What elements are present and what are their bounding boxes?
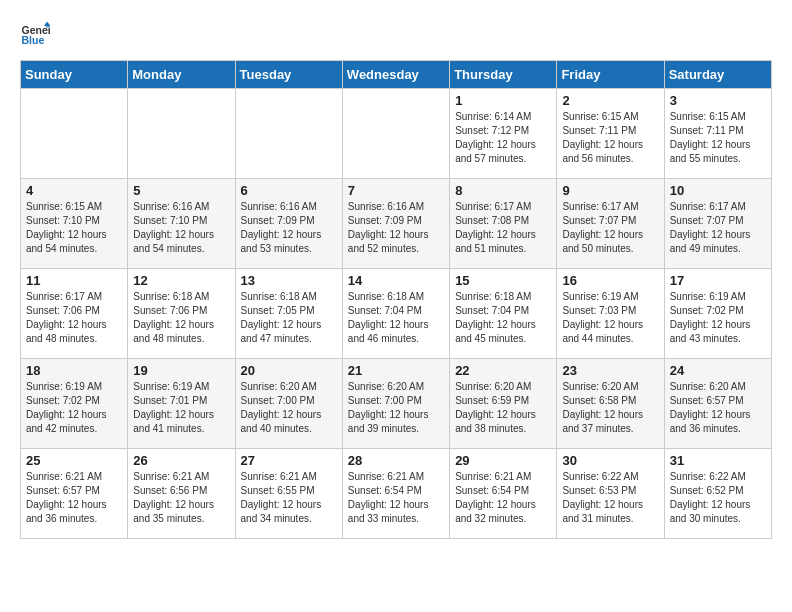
day-number: 7	[348, 183, 444, 198]
day-number: 8	[455, 183, 551, 198]
day-number: 28	[348, 453, 444, 468]
day-number: 22	[455, 363, 551, 378]
calendar-cell: 6Sunrise: 6:16 AM Sunset: 7:09 PM Daylig…	[235, 179, 342, 269]
calendar-cell: 20Sunrise: 6:20 AM Sunset: 7:00 PM Dayli…	[235, 359, 342, 449]
calendar-week-row: 4Sunrise: 6:15 AM Sunset: 7:10 PM Daylig…	[21, 179, 772, 269]
calendar-cell: 25Sunrise: 6:21 AM Sunset: 6:57 PM Dayli…	[21, 449, 128, 539]
day-info: Sunrise: 6:18 AM Sunset: 7:05 PM Dayligh…	[241, 290, 337, 346]
day-number: 3	[670, 93, 766, 108]
calendar-week-row: 1Sunrise: 6:14 AM Sunset: 7:12 PM Daylig…	[21, 89, 772, 179]
day-number: 17	[670, 273, 766, 288]
day-info: Sunrise: 6:19 AM Sunset: 7:01 PM Dayligh…	[133, 380, 229, 436]
calendar-week-row: 11Sunrise: 6:17 AM Sunset: 7:06 PM Dayli…	[21, 269, 772, 359]
calendar-cell: 7Sunrise: 6:16 AM Sunset: 7:09 PM Daylig…	[342, 179, 449, 269]
day-number: 1	[455, 93, 551, 108]
calendar-cell: 3Sunrise: 6:15 AM Sunset: 7:11 PM Daylig…	[664, 89, 771, 179]
calendar-cell: 24Sunrise: 6:20 AM Sunset: 6:57 PM Dayli…	[664, 359, 771, 449]
day-number: 11	[26, 273, 122, 288]
column-header-sunday: Sunday	[21, 61, 128, 89]
day-number: 14	[348, 273, 444, 288]
calendar-week-row: 18Sunrise: 6:19 AM Sunset: 7:02 PM Dayli…	[21, 359, 772, 449]
day-info: Sunrise: 6:16 AM Sunset: 7:09 PM Dayligh…	[348, 200, 444, 256]
calendar-cell: 21Sunrise: 6:20 AM Sunset: 7:00 PM Dayli…	[342, 359, 449, 449]
day-number: 6	[241, 183, 337, 198]
day-info: Sunrise: 6:20 AM Sunset: 7:00 PM Dayligh…	[241, 380, 337, 436]
calendar-cell: 28Sunrise: 6:21 AM Sunset: 6:54 PM Dayli…	[342, 449, 449, 539]
day-info: Sunrise: 6:20 AM Sunset: 6:57 PM Dayligh…	[670, 380, 766, 436]
page-header: General Blue	[20, 20, 772, 50]
calendar-cell: 5Sunrise: 6:16 AM Sunset: 7:10 PM Daylig…	[128, 179, 235, 269]
day-number: 5	[133, 183, 229, 198]
day-info: Sunrise: 6:19 AM Sunset: 7:02 PM Dayligh…	[26, 380, 122, 436]
day-info: Sunrise: 6:20 AM Sunset: 6:59 PM Dayligh…	[455, 380, 551, 436]
day-number: 26	[133, 453, 229, 468]
calendar-cell: 19Sunrise: 6:19 AM Sunset: 7:01 PM Dayli…	[128, 359, 235, 449]
calendar-cell	[128, 89, 235, 179]
day-info: Sunrise: 6:15 AM Sunset: 7:11 PM Dayligh…	[562, 110, 658, 166]
day-number: 4	[26, 183, 122, 198]
column-header-wednesday: Wednesday	[342, 61, 449, 89]
column-header-saturday: Saturday	[664, 61, 771, 89]
day-info: Sunrise: 6:19 AM Sunset: 7:03 PM Dayligh…	[562, 290, 658, 346]
day-info: Sunrise: 6:21 AM Sunset: 6:57 PM Dayligh…	[26, 470, 122, 526]
day-info: Sunrise: 6:15 AM Sunset: 7:10 PM Dayligh…	[26, 200, 122, 256]
day-number: 19	[133, 363, 229, 378]
day-number: 16	[562, 273, 658, 288]
day-info: Sunrise: 6:20 AM Sunset: 6:58 PM Dayligh…	[562, 380, 658, 436]
day-number: 18	[26, 363, 122, 378]
day-number: 12	[133, 273, 229, 288]
day-number: 21	[348, 363, 444, 378]
logo-icon: General Blue	[20, 20, 50, 50]
day-info: Sunrise: 6:17 AM Sunset: 7:08 PM Dayligh…	[455, 200, 551, 256]
calendar-cell: 18Sunrise: 6:19 AM Sunset: 7:02 PM Dayli…	[21, 359, 128, 449]
column-header-friday: Friday	[557, 61, 664, 89]
day-number: 2	[562, 93, 658, 108]
day-info: Sunrise: 6:16 AM Sunset: 7:09 PM Dayligh…	[241, 200, 337, 256]
day-info: Sunrise: 6:18 AM Sunset: 7:04 PM Dayligh…	[455, 290, 551, 346]
day-info: Sunrise: 6:19 AM Sunset: 7:02 PM Dayligh…	[670, 290, 766, 346]
calendar-cell: 16Sunrise: 6:19 AM Sunset: 7:03 PM Dayli…	[557, 269, 664, 359]
day-number: 29	[455, 453, 551, 468]
day-info: Sunrise: 6:20 AM Sunset: 7:00 PM Dayligh…	[348, 380, 444, 436]
day-info: Sunrise: 6:17 AM Sunset: 7:06 PM Dayligh…	[26, 290, 122, 346]
day-info: Sunrise: 6:16 AM Sunset: 7:10 PM Dayligh…	[133, 200, 229, 256]
day-number: 25	[26, 453, 122, 468]
calendar-cell	[21, 89, 128, 179]
calendar-week-row: 25Sunrise: 6:21 AM Sunset: 6:57 PM Dayli…	[21, 449, 772, 539]
calendar-cell: 13Sunrise: 6:18 AM Sunset: 7:05 PM Dayli…	[235, 269, 342, 359]
calendar-cell: 31Sunrise: 6:22 AM Sunset: 6:52 PM Dayli…	[664, 449, 771, 539]
calendar-cell	[235, 89, 342, 179]
day-info: Sunrise: 6:17 AM Sunset: 7:07 PM Dayligh…	[670, 200, 766, 256]
day-number: 23	[562, 363, 658, 378]
day-info: Sunrise: 6:22 AM Sunset: 6:53 PM Dayligh…	[562, 470, 658, 526]
day-info: Sunrise: 6:15 AM Sunset: 7:11 PM Dayligh…	[670, 110, 766, 166]
calendar-cell: 1Sunrise: 6:14 AM Sunset: 7:12 PM Daylig…	[450, 89, 557, 179]
day-info: Sunrise: 6:18 AM Sunset: 7:06 PM Dayligh…	[133, 290, 229, 346]
calendar-cell: 14Sunrise: 6:18 AM Sunset: 7:04 PM Dayli…	[342, 269, 449, 359]
day-number: 24	[670, 363, 766, 378]
calendar-cell: 2Sunrise: 6:15 AM Sunset: 7:11 PM Daylig…	[557, 89, 664, 179]
day-info: Sunrise: 6:21 AM Sunset: 6:54 PM Dayligh…	[348, 470, 444, 526]
day-number: 31	[670, 453, 766, 468]
calendar-cell: 10Sunrise: 6:17 AM Sunset: 7:07 PM Dayli…	[664, 179, 771, 269]
calendar-cell: 30Sunrise: 6:22 AM Sunset: 6:53 PM Dayli…	[557, 449, 664, 539]
calendar-cell: 8Sunrise: 6:17 AM Sunset: 7:08 PM Daylig…	[450, 179, 557, 269]
day-info: Sunrise: 6:18 AM Sunset: 7:04 PM Dayligh…	[348, 290, 444, 346]
day-info: Sunrise: 6:21 AM Sunset: 6:55 PM Dayligh…	[241, 470, 337, 526]
calendar-cell: 11Sunrise: 6:17 AM Sunset: 7:06 PM Dayli…	[21, 269, 128, 359]
calendar-cell: 4Sunrise: 6:15 AM Sunset: 7:10 PM Daylig…	[21, 179, 128, 269]
day-info: Sunrise: 6:21 AM Sunset: 6:54 PM Dayligh…	[455, 470, 551, 526]
day-info: Sunrise: 6:17 AM Sunset: 7:07 PM Dayligh…	[562, 200, 658, 256]
calendar-header-row: SundayMondayTuesdayWednesdayThursdayFrid…	[21, 61, 772, 89]
calendar-cell: 27Sunrise: 6:21 AM Sunset: 6:55 PM Dayli…	[235, 449, 342, 539]
svg-text:Blue: Blue	[22, 34, 45, 46]
day-number: 20	[241, 363, 337, 378]
day-number: 27	[241, 453, 337, 468]
day-number: 30	[562, 453, 658, 468]
day-number: 13	[241, 273, 337, 288]
calendar-cell: 22Sunrise: 6:20 AM Sunset: 6:59 PM Dayli…	[450, 359, 557, 449]
calendar-cell: 26Sunrise: 6:21 AM Sunset: 6:56 PM Dayli…	[128, 449, 235, 539]
day-info: Sunrise: 6:21 AM Sunset: 6:56 PM Dayligh…	[133, 470, 229, 526]
calendar-cell: 15Sunrise: 6:18 AM Sunset: 7:04 PM Dayli…	[450, 269, 557, 359]
column-header-monday: Monday	[128, 61, 235, 89]
